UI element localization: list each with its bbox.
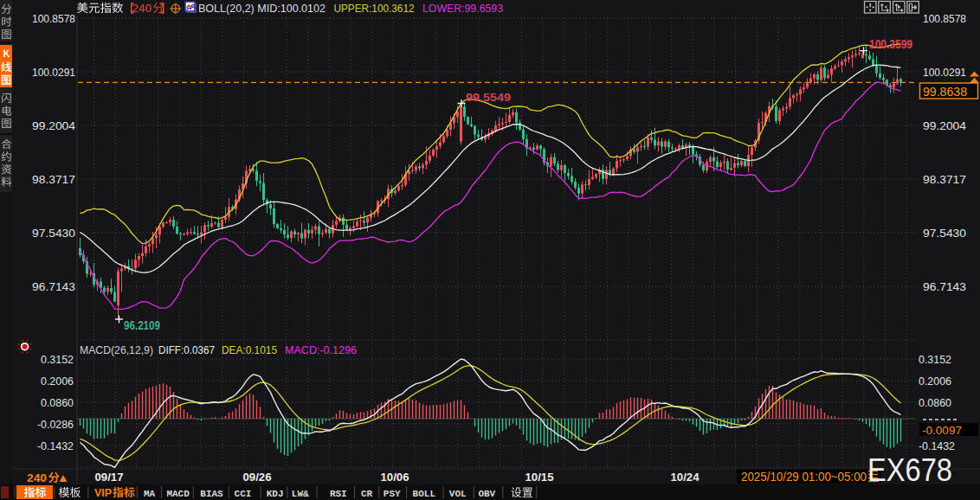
svg-text:0.0860: 0.0860 — [41, 396, 74, 409]
svg-text:PSY: PSY — [384, 489, 401, 499]
svg-text:97.5430: 97.5430 — [923, 227, 966, 240]
svg-text:0.0860: 0.0860 — [919, 396, 951, 409]
svg-text:BOLL(20,2) MID:100.0102: BOLL(20,2) MID:100.0102 — [198, 2, 326, 15]
svg-text:0.3152: 0.3152 — [919, 353, 951, 366]
svg-text:0.2006: 0.2006 — [919, 375, 951, 388]
svg-text:-0.1432: -0.1432 — [919, 439, 955, 452]
svg-text:100.3599: 100.3599 — [869, 37, 912, 51]
svg-text:98.3717: 98.3717 — [32, 173, 75, 186]
svg-text:-0.0097: -0.0097 — [922, 424, 962, 437]
svg-text:10/24: 10/24 — [671, 471, 700, 484]
svg-text:100.8578: 100.8578 — [32, 12, 75, 25]
svg-text:LW&: LW& — [292, 489, 309, 499]
svg-text:-0.0286: -0.0286 — [37, 418, 74, 431]
svg-text:98.3717: 98.3717 — [923, 173, 966, 186]
svg-text:KDJ: KDJ — [267, 489, 284, 499]
svg-text:96.7143: 96.7143 — [32, 280, 75, 293]
svg-text:BOLL: BOLL — [413, 489, 436, 499]
svg-text:99.2004: 99.2004 — [923, 119, 966, 132]
svg-text:97.5430: 97.5430 — [32, 227, 75, 240]
svg-text:99.8638: 99.8638 — [923, 85, 967, 99]
svg-text:UPPER:100.3612: UPPER:100.3612 — [334, 2, 415, 15]
svg-text:09/17: 09/17 — [95, 471, 124, 484]
svg-text:2025/10/29 01:00~05:00: 2025/10/29 01:00~05:00 — [741, 471, 867, 484]
svg-text:0.3152: 0.3152 — [41, 353, 74, 366]
svg-text:LOWER:99.6593: LOWER:99.6593 — [422, 2, 503, 15]
svg-text:-0.1432: -0.1432 — [37, 439, 74, 452]
svg-text:MACD(26,12,9): MACD(26,12,9) — [80, 343, 153, 356]
svg-text:EX678: EX678 — [867, 452, 952, 488]
svg-text:VOL: VOL — [449, 489, 467, 499]
svg-text:09/26: 09/26 — [243, 471, 272, 484]
svg-text:100.0291: 100.0291 — [923, 66, 966, 79]
svg-text:99.5549: 99.5549 — [466, 91, 511, 104]
svg-text:CCI: CCI — [235, 489, 252, 499]
svg-text:MACD: MACD — [166, 489, 190, 499]
svg-text:BIAS: BIAS — [200, 489, 223, 499]
svg-text:100.8578: 100.8578 — [923, 12, 966, 25]
svg-text:MA: MA — [144, 489, 156, 499]
svg-text:DIFF:0.0367: DIFF:0.0367 — [158, 343, 215, 356]
svg-text:99.2004: 99.2004 — [32, 119, 75, 132]
svg-text:0.2006: 0.2006 — [41, 375, 74, 388]
svg-text:96.7143: 96.7143 — [923, 280, 966, 293]
svg-text:100.0291: 100.0291 — [32, 66, 75, 79]
svg-text:OBV: OBV — [478, 489, 495, 499]
svg-text:RSI: RSI — [330, 489, 347, 499]
svg-text:DEA:0.1015: DEA:0.1015 — [222, 343, 277, 356]
svg-text:240: 240 — [132, 2, 152, 15]
svg-text:10/15: 10/15 — [525, 471, 554, 484]
svg-text:CR: CR — [361, 489, 373, 499]
svg-text:VIP: VIP — [94, 487, 112, 499]
svg-text:MACD:-0.1296: MACD:-0.1296 — [285, 343, 357, 356]
svg-text:96.2109: 96.2109 — [124, 318, 160, 332]
svg-text:10/06: 10/06 — [381, 471, 409, 484]
svg-text:240: 240 — [27, 471, 47, 484]
